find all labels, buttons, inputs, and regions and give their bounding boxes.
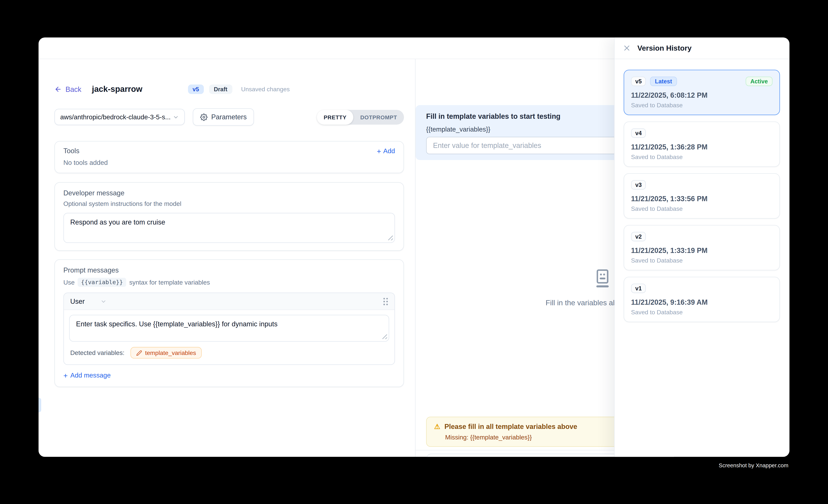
add-tool-label: Add	[383, 147, 395, 155]
tools-title: Tools	[64, 147, 79, 155]
status-badges: v5 Draft Unsaved changes	[188, 84, 290, 94]
page-header-row: Back jack-sparrow v5 Draft Unsaved chang…	[54, 84, 404, 94]
version-saved-text: Saved to Database	[631, 154, 773, 160]
draft-badge: Draft	[209, 84, 232, 94]
version-badges-row: v2	[631, 232, 773, 242]
back-button[interactable]: Back	[54, 85, 81, 93]
warning-title: Please fill in all template variables ab…	[445, 422, 577, 430]
version-timestamp: 11/21/2025, 1:33:56 PM	[631, 195, 773, 203]
version-tag: v4	[631, 128, 646, 138]
edge-accent	[39, 398, 41, 413]
detected-variables-label: Detected variables:	[70, 349, 124, 356]
page-title: jack-sparrow	[92, 84, 142, 94]
prompt-messages-card: Prompt messages Use {{variable}} syntax …	[54, 259, 404, 387]
pencil-icon	[136, 350, 142, 356]
toggle-pretty[interactable]: PRETTY	[317, 110, 354, 124]
message-body: Enter task specifics. Use {{template_var…	[64, 310, 395, 364]
hint-prefix: Use	[64, 279, 75, 286]
message-role-bar: User	[64, 293, 395, 310]
robot-face-icon	[593, 268, 612, 289]
developer-message-card: Developer message Optional system instru…	[54, 182, 404, 251]
version-history-header: Version History	[615, 37, 789, 59]
version-card-v2[interactable]: v2 11/21/2025, 1:33:19 PM Saved to Datab…	[624, 225, 780, 270]
version-timestamp: 11/21/2025, 1:33:19 PM	[631, 247, 773, 254]
toggle-dotprompt[interactable]: DOTPROMPT	[354, 110, 404, 124]
template-variable-chip[interactable]: template_variables	[130, 347, 202, 359]
hint-suffix: syntax for template variables	[129, 279, 210, 286]
back-arrow-icon	[54, 86, 62, 93]
resize-handle-icon[interactable]	[382, 334, 387, 339]
prompt-editor-pane: Back jack-sparrow v5 Draft Unsaved chang…	[39, 59, 415, 457]
plus-icon: +	[377, 147, 381, 155]
version-saved-text: Saved to Database	[631, 309, 773, 316]
model-select-value: aws/anthropic/bedrock-claude-3-5-s...	[60, 113, 171, 121]
close-icon[interactable]	[623, 44, 630, 52]
version-card-v1[interactable]: v1 11/21/2025, 9:16:39 AM Saved to Datab…	[624, 277, 780, 322]
developer-message-title: Developer message	[64, 189, 395, 197]
message-textarea[interactable]: Enter task specifics. Use {{template_var…	[69, 315, 389, 342]
version-timestamp: 11/21/2025, 1:36:28 PM	[631, 143, 773, 151]
prompt-messages-hint: Use {{variable}} syntax for template var…	[64, 278, 395, 287]
version-history-list: v5 Latest Active 11/22/2025, 6:08:12 PM …	[615, 59, 789, 322]
variable-syntax-chip: {{variable}}	[78, 278, 126, 287]
version-tag: v3	[631, 180, 646, 190]
plus-icon: +	[64, 372, 68, 379]
version-saved-text: Saved to Database	[631, 257, 773, 264]
message-block: User Enter task specifics. Use {{templat…	[64, 293, 395, 365]
developer-message-subtitle: Optional system instructions for the mod…	[64, 200, 395, 208]
version-timestamp: 11/22/2025, 6:08:12 PM	[631, 91, 773, 99]
version-saved-text: Saved to Database	[631, 102, 773, 109]
watermark-text: Screenshot by Xnapper.com	[719, 462, 788, 468]
version-timestamp: 11/21/2025, 9:16:39 AM	[631, 298, 773, 306]
active-badge: Active	[746, 77, 773, 86]
app-window: Back jack-sparrow v5 Draft Unsaved chang…	[39, 37, 789, 457]
version-badges-row: v1	[631, 284, 773, 293]
drag-handle-icon[interactable]	[383, 298, 388, 305]
back-label: Back	[66, 85, 81, 93]
version-history-title: Version History	[637, 44, 692, 52]
model-toolbar: aws/anthropic/bedrock-claude-3-5-s... Pa…	[54, 108, 404, 126]
prompt-messages-title: Prompt messages	[64, 266, 395, 274]
add-message-label: Add message	[70, 372, 111, 379]
latest-badge: Latest	[650, 77, 677, 86]
detected-variables-row: Detected variables: template_variables	[69, 342, 389, 365]
unsaved-changes-text: Unsaved changes	[241, 86, 290, 92]
role-select[interactable]: User	[70, 297, 107, 305]
screenshot-canvas: Back jack-sparrow v5 Draft Unsaved chang…	[0, 0, 828, 504]
chevron-down-icon	[173, 114, 179, 120]
version-badge: v5	[188, 84, 204, 94]
tools-card: Tools + Add No tools added	[54, 141, 404, 173]
version-tag: v1	[631, 284, 646, 293]
version-tag: v5	[631, 77, 646, 86]
warning-triangle-icon: ⚠	[434, 423, 440, 430]
parameters-button[interactable]: Parameters	[193, 108, 254, 126]
version-card-v5[interactable]: v5 Latest Active 11/22/2025, 6:08:12 PM …	[624, 70, 780, 115]
version-tag: v2	[631, 232, 646, 242]
parameters-label: Parameters	[211, 113, 247, 121]
gear-icon	[200, 113, 208, 121]
tools-header: Tools + Add	[64, 147, 395, 155]
model-select[interactable]: aws/anthropic/bedrock-claude-3-5-s...	[54, 109, 185, 125]
developer-message-textarea[interactable]: Respond as you are tom cruise	[64, 213, 395, 243]
version-card-v4[interactable]: v4 11/21/2025, 1:36:28 PM Saved to Datab…	[624, 121, 780, 167]
version-badges-row: v5 Latest Active	[631, 77, 773, 86]
template-variable-name: template_variables	[145, 350, 196, 356]
role-select-value: User	[70, 297, 85, 305]
version-history-panel: Version History v5 Latest Active 11/22/2…	[614, 37, 790, 457]
version-badges-row: v4	[631, 128, 773, 138]
version-card-v3[interactable]: v3 11/21/2025, 1:33:56 PM Saved to Datab…	[624, 173, 780, 218]
version-badges-row: v3	[631, 180, 773, 190]
tools-empty-text: No tools added	[64, 159, 395, 166]
add-tool-button[interactable]: + Add	[377, 147, 395, 155]
add-message-button[interactable]: + Add message	[64, 372, 395, 379]
view-mode-toggle: PRETTY DOTPROMPT	[317, 110, 404, 124]
developer-message-field-wrap: Respond as you are tom cruise	[64, 213, 395, 243]
version-saved-text: Saved to Database	[631, 206, 773, 212]
message-field-wrap: Enter task specifics. Use {{template_var…	[69, 315, 389, 342]
chevron-down-icon	[100, 298, 107, 304]
resize-handle-icon[interactable]	[388, 236, 393, 240]
